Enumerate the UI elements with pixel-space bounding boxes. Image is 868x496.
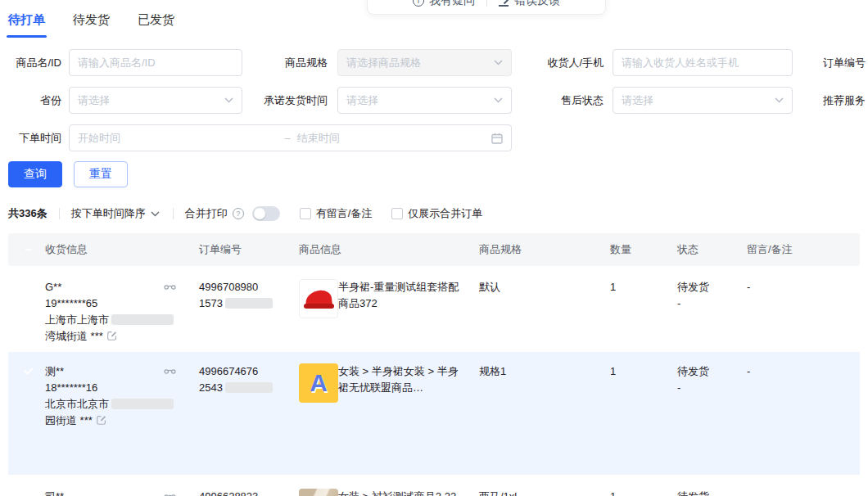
province-select[interactable]: 请选择	[69, 87, 242, 114]
order-number: 4996674676 2543	[199, 363, 273, 396]
product-thumbnail	[299, 279, 338, 318]
help-button[interactable]: 我有疑问	[413, 0, 475, 8]
redacted-blur	[111, 399, 174, 409]
after-sale-label: 售后状态	[522, 87, 604, 114]
receiver-info: 测** 18*******16 北京市北京市 园街道 ***	[45, 363, 176, 429]
promise-time-label: 承诺发货时间	[246, 87, 328, 114]
virtual-number-icon[interactable]	[164, 282, 176, 291]
product-thumbnail	[299, 489, 338, 496]
header-product: 商品信息	[299, 233, 341, 266]
header-order-no: 订单编号	[199, 233, 242, 266]
tab-pending-print[interactable]: 待打单	[8, 12, 45, 38]
edit-square-icon[interactable]	[96, 414, 107, 426]
filter-row-2: 省份 请选择 承诺发货时间 请选择 售后状态 请选择 推荐服务	[0, 87, 868, 114]
note: -	[747, 363, 750, 380]
product-title: 女装 > 衬衫测试商品2 22	[338, 489, 468, 496]
chevron-down-icon	[224, 97, 233, 103]
total-count: 共336条	[8, 206, 47, 221]
product-title: 半身裙-重量测试组套搭配商品372	[338, 279, 468, 312]
receiver-street: 湾城街道 ***	[45, 328, 176, 345]
reset-button[interactable]: 重置	[74, 161, 128, 187]
filter-row-3: 下单时间 开始时间 – 结束时间	[0, 124, 868, 151]
info-circle-icon	[413, 0, 424, 7]
redacted-blur	[225, 298, 273, 309]
product-spec-label: 商品规格	[246, 49, 328, 76]
header-receiver: 收货信息	[45, 233, 88, 266]
merge-print-label: 合并打印	[185, 206, 228, 221]
divider	[486, 0, 487, 7]
sort-label: 按下单时间降序	[71, 206, 146, 221]
header-note: 留言/备注	[747, 233, 793, 266]
receiver-phone: 18*******16	[45, 380, 176, 396]
header-spec: 商品规格	[479, 233, 522, 266]
start-time-placeholder: 开始时间	[78, 131, 120, 146]
order-status: 待发货 -	[677, 279, 709, 312]
product-spec-select[interactable]: 请选择商品规格	[337, 49, 512, 76]
search-button[interactable]: 查询	[8, 161, 62, 187]
divider	[59, 208, 60, 219]
start-time-field[interactable]: 开始时间	[78, 131, 285, 146]
receiver-region: 北京市北京市	[45, 396, 176, 413]
promise-time-select[interactable]: 请选择	[337, 87, 512, 114]
product-name-label: 商品名/ID	[0, 49, 61, 76]
chevron-down-icon	[494, 97, 503, 103]
question-circle-icon[interactable]	[233, 208, 244, 219]
promise-time-placeholder: 请选择	[346, 93, 378, 108]
merged-only-checkbox[interactable]	[391, 208, 403, 219]
end-time-placeholder: 结束时间	[297, 131, 340, 146]
virtual-number-icon[interactable]	[164, 492, 176, 496]
product-spec: 默认	[479, 279, 500, 295]
order-status: 待发货 -	[677, 489, 709, 496]
merged-only-label: 仅展示合并订单	[408, 206, 482, 221]
province-placeholder: 请选择	[78, 93, 110, 108]
receiver-name: G**	[45, 279, 176, 295]
feedback-label: 错误反馈	[514, 0, 560, 8]
range-separator: –	[285, 132, 291, 144]
end-time-field[interactable]: – 结束时间	[285, 131, 492, 146]
top-help-pill: 我有疑问 错误反馈	[367, 0, 606, 15]
pen-icon	[499, 0, 509, 7]
virtual-number-icon[interactable]	[164, 367, 176, 375]
product-spec-placeholder: 请选择商品规格	[346, 56, 421, 70]
province-label: 省份	[0, 87, 61, 114]
receiver-label: 收货人/手机	[522, 49, 604, 76]
order-time-range-picker[interactable]: 开始时间 – 结束时间	[69, 124, 512, 151]
help-label: 我有疑问	[429, 0, 475, 8]
header-qty: 数量	[610, 233, 631, 266]
receiver-info: 司** 17*******56 北京市北京市	[45, 489, 176, 496]
calendar-icon	[491, 133, 503, 144]
feedback-button[interactable]: 错误反馈	[499, 0, 560, 8]
receiver-input[interactable]	[613, 49, 793, 76]
merge-print-control: 合并打印	[185, 206, 280, 221]
header-status: 状态	[677, 233, 698, 266]
sort-dropdown[interactable]: 按下单时间降序	[71, 206, 160, 221]
product-name-input[interactable]	[69, 49, 242, 76]
product-spec: 规格1	[479, 363, 506, 380]
table-rows: G** 19*******65 上海市上海市 湾城街道 ***	[8, 268, 860, 475]
table-row: G** 19*******65 上海市上海市 湾城街道 ***	[8, 268, 860, 349]
edit-square-icon[interactable]	[106, 330, 118, 341]
note: -	[747, 489, 750, 496]
note-filter-label: 有留言/备注	[316, 206, 373, 221]
order-management-page: 我有疑问 错误反馈 待打单 待发货 已发货 商品名/ID 商品规格 请选择商品规…	[0, 0, 868, 496]
tab-pending-ship[interactable]: 待发货	[73, 12, 110, 38]
note-filter-control: 有留言/备注	[300, 206, 373, 221]
receiver-phone: 19*******65	[45, 295, 176, 312]
tab-shipped[interactable]: 已发货	[138, 12, 174, 38]
note: -	[747, 279, 750, 295]
redacted-blur	[225, 382, 273, 393]
product-thumbnail	[299, 363, 338, 403]
table-row: 测** 18*******16 北京市北京市 园街道 ***	[8, 352, 860, 475]
chevron-down-icon	[494, 60, 503, 65]
order-number: 4996628823 1976	[199, 489, 273, 496]
list-toolbar: 共336条 按下单时间降序 合并打印 有留言/备注 仅展示合并订单	[8, 205, 502, 223]
quantity: 1	[610, 279, 616, 295]
product-title: 女装 > 半身裙女装 > 半身裙无忧联盟商品…	[338, 363, 468, 396]
after-sale-select[interactable]: 请选择	[613, 87, 793, 114]
note-filter-checkbox[interactable]	[300, 208, 311, 219]
merged-only-control: 仅展示合并订单	[391, 206, 482, 221]
redacted-blur	[111, 314, 174, 325]
after-sale-placeholder: 请选择	[622, 93, 653, 108]
order-tabs: 待打单 待发货 已发货	[8, 12, 174, 38]
merge-print-toggle[interactable]	[252, 206, 280, 221]
